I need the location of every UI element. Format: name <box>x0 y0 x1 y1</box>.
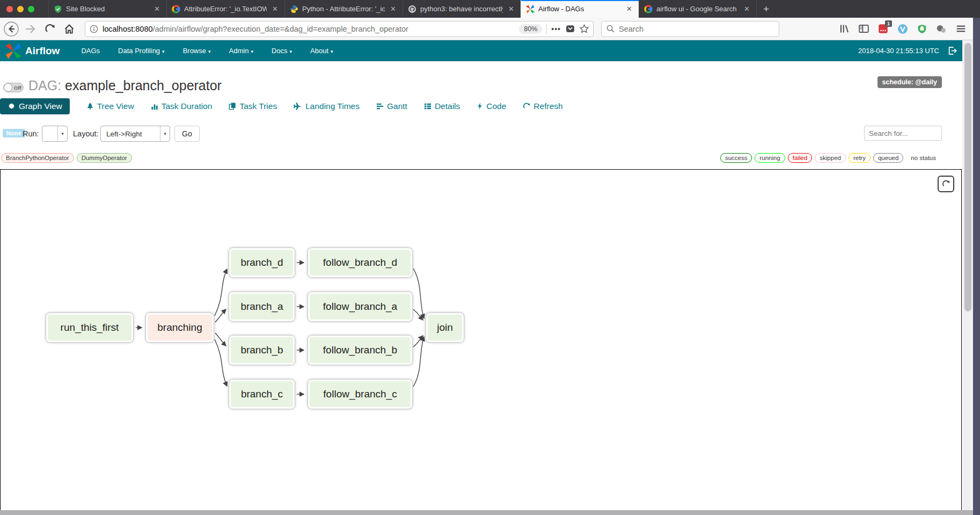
legend-status-retry: retry <box>849 153 871 163</box>
task-node-follow_branch_b[interactable]: follow_branch_b <box>308 336 412 365</box>
nav-item-browse[interactable]: Browse▾ <box>183 47 211 55</box>
shield-extension-icon[interactable] <box>917 24 927 34</box>
page-actions-icon[interactable]: ••• <box>551 25 561 33</box>
legend-row: BranchPythonOperator DummyOperator succe… <box>0 153 961 165</box>
task-node-join[interactable]: join <box>426 313 464 342</box>
blue-extension-icon[interactable] <box>897 24 908 34</box>
close-tab-icon[interactable]: ✕ <box>389 4 398 14</box>
google-icon <box>644 5 653 13</box>
close-tab-icon[interactable]: ✕ <box>270 4 280 14</box>
home-button[interactable] <box>61 21 77 37</box>
spheres-extension-icon[interactable] <box>936 24 947 34</box>
minimize-window-button[interactable] <box>17 6 24 12</box>
task-node-run_this_first[interactable]: run_this_first <box>46 313 133 342</box>
legend-status-failed: failed <box>788 153 813 163</box>
close-tab-icon[interactable]: ✕ <box>152 4 162 14</box>
tab-code[interactable]: Code <box>477 101 506 111</box>
tab-title: Airflow - DAGs <box>538 5 621 13</box>
dag-prefix: DAG: <box>28 78 61 93</box>
new-tab-button[interactable]: + <box>757 0 776 18</box>
hamburger-menu-icon[interactable] <box>956 24 966 34</box>
go-button[interactable]: Go <box>174 126 200 142</box>
close-tab-icon[interactable]: ✕ <box>507 4 516 14</box>
graph-view-icon <box>8 102 16 110</box>
list-icon <box>424 103 432 110</box>
airflow-navbar: Airflow DAGs Data Profiling▾ Browse▾ Adm… <box>0 40 973 61</box>
legend-status-none: no status <box>906 153 941 163</box>
tab-title: python3: behave incorrectly mo <box>420 5 503 13</box>
task-node-branch_a[interactable]: branch_a <box>229 292 295 321</box>
tab-site-blocked[interactable]: Site Blocked ✕ <box>48 0 166 18</box>
library-icon[interactable] <box>839 24 850 34</box>
dag-graph-panel: run_this_first branching branch_d follow… <box>0 169 962 515</box>
browser-tab-bar: Site Blocked ✕ AttributeError: '_io.Text… <box>0 0 980 18</box>
page-zoom-indicator[interactable]: 80% <box>519 24 542 34</box>
nav-item-about[interactable]: About▾ <box>310 47 333 55</box>
dag-header: Off DAG: example_branch_operator schedul… <box>0 75 961 97</box>
gantt-icon <box>376 103 384 110</box>
tab-graph-view[interactable]: Graph View <box>0 98 70 114</box>
layout-label: Layout: <box>73 129 99 138</box>
tab-github-behave[interactable]: python3: behave incorrectly mo ✕ <box>403 0 521 18</box>
nav-item-dags[interactable]: DAGs <box>81 47 100 55</box>
tab-details[interactable]: Details <box>424 101 460 111</box>
browser-search-box[interactable] <box>601 21 779 37</box>
airflow-icon <box>526 5 535 13</box>
nav-item-admin[interactable]: Admin▾ <box>229 47 253 55</box>
tab-task-tries[interactable]: Task Tries <box>229 101 277 111</box>
run-label: Run: <box>23 129 39 138</box>
tab-refresh[interactable]: Refresh <box>523 101 562 111</box>
close-window-button[interactable] <box>6 6 13 12</box>
tab-tree-view[interactable]: Tree View <box>86 101 134 111</box>
layout-select[interactable]: Left->Right ▾ <box>100 126 170 142</box>
task-node-branching[interactable]: branching <box>146 313 214 342</box>
run-select[interactable]: ▾ <box>42 126 68 142</box>
scrollbar-thumb[interactable] <box>964 43 971 311</box>
tab-python-attributeerror[interactable]: Python - AttributeError: '_io.Te ✕ <box>284 0 403 18</box>
close-tab-icon[interactable]: ✕ <box>625 4 634 14</box>
task-node-branch_d[interactable]: branch_d <box>229 248 295 277</box>
window-right-edge <box>973 18 980 515</box>
graph-refresh-button[interactable] <box>938 176 954 192</box>
zoom-window-button[interactable] <box>28 6 34 12</box>
sidebar-toggle-icon[interactable] <box>859 24 869 34</box>
nav-item-docs[interactable]: Docs▾ <box>272 47 292 55</box>
search-input[interactable] <box>619 25 758 33</box>
reload-button[interactable] <box>42 21 58 37</box>
task-node-follow_branch_a[interactable]: follow_branch_a <box>308 292 412 321</box>
airflow-brand[interactable]: Airflow <box>5 43 60 59</box>
bar-chart-icon <box>151 103 158 110</box>
url-bar[interactable]: localhost:8080/admin/airflow/graph?execu… <box>85 21 594 37</box>
logout-icon[interactable] <box>948 46 957 55</box>
tab-airflow-dags-active[interactable]: Airflow - DAGs ✕ <box>521 0 639 18</box>
github-icon <box>408 5 416 13</box>
schedule-badge: schedule: @daily <box>877 76 942 88</box>
close-tab-icon[interactable]: ✕ <box>742 4 751 14</box>
adblock-extension-icon[interactable]: 1 <box>878 24 888 34</box>
task-node-follow_branch_d[interactable]: follow_branch_d <box>308 248 412 277</box>
copy-icon <box>229 102 236 110</box>
tab-attributeerror-search[interactable]: AttributeError: '_io.TextIOWrapp ✕ <box>166 0 284 18</box>
google-icon <box>172 5 180 13</box>
task-node-follow_branch_c[interactable]: follow_branch_c <box>308 380 412 409</box>
task-node-branch_b[interactable]: branch_b <box>229 336 295 365</box>
bookmark-star-icon[interactable] <box>580 24 589 33</box>
tab-landing-times[interactable]: Landing Times <box>294 101 360 111</box>
url-text[interactable]: localhost:8080/admin/airflow/graph?execu… <box>103 25 519 33</box>
nav-item-data-profiling[interactable]: Data Profiling▾ <box>118 47 165 55</box>
task-node-branch_c[interactable]: branch_c <box>229 380 295 409</box>
window-bottom-edge <box>0 510 980 515</box>
traffic-lights <box>0 0 41 18</box>
task-search-input[interactable] <box>864 126 942 141</box>
save-to-pocket-icon[interactable] <box>566 24 575 33</box>
tab-airflow-ui-search[interactable]: airflow ui - Google Search ✕ <box>639 0 757 18</box>
back-button[interactable] <box>3 21 19 37</box>
tab-gantt[interactable]: Gantt <box>376 101 407 111</box>
forward-button[interactable] <box>23 21 39 37</box>
site-info-icon[interactable] <box>90 25 98 33</box>
tab-task-duration[interactable]: Task Duration <box>151 101 213 111</box>
tree-icon <box>86 102 94 110</box>
chevron-down-icon: ▾ <box>57 126 67 141</box>
dag-pause-toggle[interactable]: Off <box>3 83 24 92</box>
airflow-logo-icon <box>5 43 21 59</box>
